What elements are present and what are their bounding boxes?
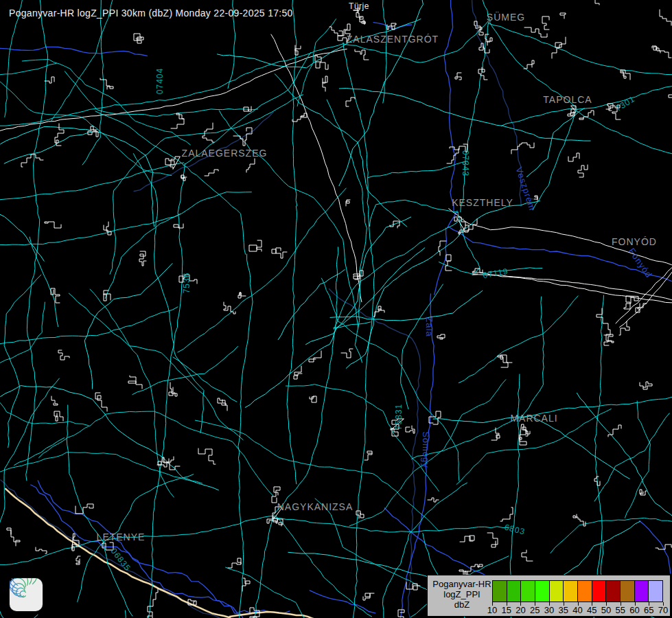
dbz-color-cell bbox=[635, 581, 649, 602]
dbz-scale-values: 10152025303540455055606570 bbox=[492, 605, 663, 615]
city-label: KESZTHELY bbox=[452, 197, 513, 208]
radar-viewer: ZALASZENTGRÓTSÜMEGTAPOLCAZALAEGERSZEGKES… bbox=[0, 0, 672, 618]
dbz-color-scale bbox=[492, 580, 663, 602]
village-label: Türje bbox=[349, 1, 369, 11]
dbz-tick-value: 30 bbox=[544, 605, 554, 615]
city-label: ZALAEGERSZEG bbox=[182, 148, 268, 159]
dbz-color-cell bbox=[507, 581, 521, 602]
county-label: Zala bbox=[424, 317, 435, 336]
spiral-icon bbox=[10, 578, 43, 611]
dbz-color-cell bbox=[550, 581, 564, 602]
legend-title-line2: logZ_PPI bbox=[432, 589, 492, 599]
county-label: Somogy bbox=[421, 431, 431, 468]
dbz-tick-value: 10 bbox=[487, 605, 497, 615]
dbz-color-cell bbox=[578, 581, 592, 602]
legend-title-line1: Poganyvar-HR bbox=[432, 579, 492, 589]
city-label: NAGYKANIZSA bbox=[277, 501, 354, 512]
road-number-label: 7536 bbox=[182, 273, 192, 294]
dbz-tick-value: 25 bbox=[530, 605, 540, 615]
city-label: LETENYE bbox=[97, 531, 146, 542]
city-label: ZALASZENTGRÓT bbox=[347, 34, 439, 45]
radar-spiral-logo bbox=[10, 578, 43, 611]
radar-product-title: Poganyvar-HR logZ_PPI 30km (dbZ) Monday … bbox=[9, 8, 293, 19]
dbz-tick-value: 50 bbox=[601, 605, 611, 615]
dbz-legend: Poganyvar-HR logZ_PPI dbZ 10152025303540… bbox=[427, 575, 671, 617]
dbz-color-cell bbox=[649, 581, 662, 602]
dbz-tick-value: 65 bbox=[644, 605, 653, 615]
road-number-label: 07343 bbox=[461, 150, 470, 176]
dbz-tick-value: 60 bbox=[629, 605, 639, 615]
dbz-color-cell bbox=[493, 581, 507, 602]
dbz-tick-value: 40 bbox=[572, 605, 582, 615]
legend-title-line3: dbZ bbox=[432, 599, 492, 610]
dbz-tick-value: 35 bbox=[559, 605, 568, 615]
dbz-color-cell bbox=[521, 581, 535, 602]
dbz-tick-value: 70 bbox=[658, 605, 668, 615]
dbz-tick-value: 45 bbox=[587, 605, 596, 615]
dbz-color-cell bbox=[621, 581, 634, 602]
city-label: SÜMEG bbox=[487, 12, 525, 23]
dbz-tick-value: 20 bbox=[515, 605, 525, 615]
dbz-color-cell bbox=[535, 581, 549, 602]
dbz-color-cell bbox=[564, 581, 577, 602]
dbz-tick-value: 55 bbox=[616, 605, 625, 615]
road-number-label: 75831 bbox=[394, 404, 404, 430]
city-label: TAPOLCA bbox=[543, 94, 592, 105]
dbz-tick-value: 15 bbox=[502, 605, 511, 615]
radar-map-canvas bbox=[0, 0, 672, 618]
dbz-color-cell bbox=[592, 581, 606, 602]
road-number-label: 07404 bbox=[155, 68, 165, 94]
dbz-color-cell bbox=[606, 581, 620, 602]
city-label: MARCALI bbox=[510, 413, 557, 424]
legend-title: Poganyvar-HR logZ_PPI dbZ bbox=[432, 579, 492, 610]
